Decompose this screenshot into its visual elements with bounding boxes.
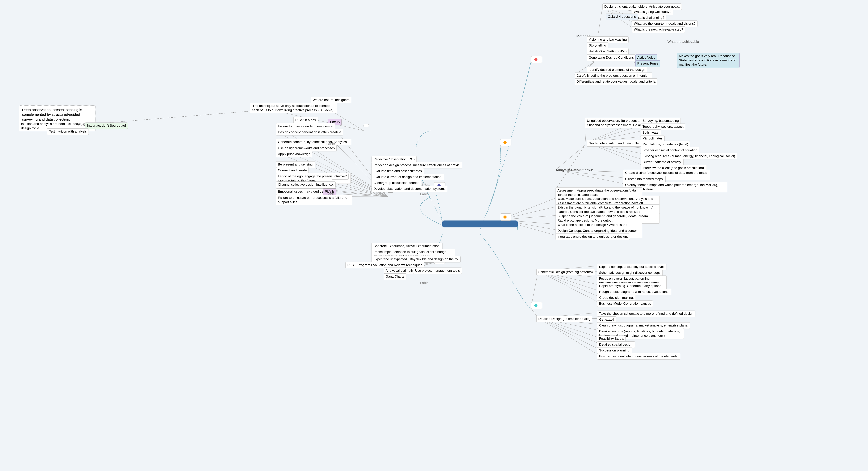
eval-reflect: Reflect on design process, measure effec… <box>372 162 462 168</box>
active-voice: Active Voice <box>636 55 657 61</box>
svg-line-29 <box>556 145 585 190</box>
obs-regs: Regulations, boundaries (legal) <box>641 141 690 148</box>
design-schematic-label: Schematic Design (from big patterns) <box>536 269 595 275</box>
obs-patterns: Current patterns of activity. <box>641 159 684 165</box>
goals-storytelling: Story-telling <box>587 42 608 49</box>
obs-topo: Topography, sectors, aspect <box>641 124 685 130</box>
eval-time: Evaluate time and cost estimates <box>372 168 424 174</box>
design-concept-node[interactable] <box>500 213 512 221</box>
dlw-natural: We are natural designers <box>311 97 351 103</box>
design-clean: Clean drawings, diagrams, market analysi… <box>597 322 690 329</box>
impl-gantt: Gantt Charts <box>384 273 406 280</box>
svg-line-77 <box>538 318 599 349</box>
design-exact: Get exact! <box>597 316 616 323</box>
dc-integrates: Integrates entire design and guides late… <box>556 234 630 240</box>
svg-line-25 <box>556 145 585 170</box>
impl-expect: Expect the unexpected. Stay flexible and… <box>372 256 461 263</box>
eval-current: Evaluate current of design and implement… <box>372 174 444 180</box>
svg-line-78 <box>538 318 599 355</box>
obs-guided: Guided observation and data collection <box>587 140 648 146</box>
app-apply-prior: Apply prior knowledge <box>276 151 312 157</box>
svg-line-69 <box>538 271 599 303</box>
design-dot <box>534 304 537 307</box>
goals-hmi: HolisticGoal Setting (HMI) <box>587 48 629 55</box>
eval-ro: Reflective Observation (RO) <box>372 156 416 163</box>
design-group: Group decision making. <box>597 295 636 301</box>
lable-3: Lable <box>420 192 429 196</box>
design-detailed-label: Detailed Design ( to smaller details) <box>536 316 592 322</box>
app-connect: Connect and create <box>276 167 309 174</box>
eval-client: Client/group discussion/debrief. <box>372 180 421 186</box>
design-lives-node[interactable] <box>364 124 369 127</box>
goals-item-1: What is going well today? <box>632 9 673 15</box>
obs-soils: Soils, water <box>641 129 661 136</box>
design-feasibility: Feasibility Study. <box>597 336 626 342</box>
design-interconnect: Ensure functional interconnectedness of … <box>597 353 680 360</box>
dlw-techniques: 'The techniques serve only as touchstone… <box>250 103 337 113</box>
central-node <box>442 221 518 228</box>
goals-dot <box>534 58 537 61</box>
what-achievable: What the achievable <box>668 40 699 44</box>
obs-existing: Existing resources (human, energy, finan… <box>641 153 737 160</box>
app-channel: Channel collective design intelligence. <box>276 181 336 188</box>
app-be-present: Be present and sensing. <box>276 161 315 168</box>
analysis-label: Analysis: Break it down. <box>556 168 594 172</box>
design-take: Take the chosen schematic to a more refi… <box>597 310 695 317</box>
app-stuck: Stuck in a box <box>293 117 318 123</box>
lable-4: Lable <box>420 281 429 285</box>
test-intuition: Test intuition with analysis <box>47 128 89 135</box>
impl-analytical: Analytical estimating <box>384 268 417 274</box>
goals-identify: Identify desired elements of the design <box>587 67 647 73</box>
app-intuitive: Intuitive? <box>332 173 349 179</box>
impl-concrete: Concrete Experience, Active Experimentat… <box>372 243 442 249</box>
goals-articulation-node[interactable] <box>531 56 542 63</box>
app-failure-articulate: Failure to articulate our processes is a… <box>276 195 352 205</box>
design-node[interactable] <box>531 302 542 309</box>
goals-visioning: Visioning and backcasting <box>587 36 629 43</box>
goals-differentiate: Differentiate and relate your values, go… <box>575 78 657 85</box>
goals-item-3: What are the long-term goals and visions… <box>632 21 698 27</box>
gaia-questions: Gaia U 4 questions <box>606 13 638 20</box>
lable-1: Lable <box>327 142 335 146</box>
design-expand: Expand concept to sketchy but specific l… <box>597 264 666 270</box>
goals-right-note: Makes the goals very real. Resonance. St… <box>677 53 740 68</box>
obs-surveying: Surveying, basemapping <box>641 117 681 124</box>
goals-generating: Generating Desired Conditions <box>587 55 636 61</box>
svg-line-28 <box>556 170 625 184</box>
eval-develop: Develop observation and documentation sy… <box>372 186 447 192</box>
design-rough: Rough bubble diagrams with notes, evalua… <box>597 289 671 295</box>
lable-2: Lable <box>327 192 335 196</box>
app-failure-observe: Failure to observe undermines design <box>276 123 335 130</box>
design-spatial: Detailed spatial design. <box>597 341 635 348</box>
design-bmc: Business Model Generation canvas <box>597 300 653 307</box>
obs-micro: Microclimates <box>641 135 664 142</box>
design-concept-dot <box>503 215 506 218</box>
design-schematic-discover: Schematic design might discover concept. <box>597 270 663 276</box>
present-tense: Present Tense <box>636 60 660 67</box>
observation-dot <box>503 141 506 144</box>
app-use-frameworks: Use design frameworks and processes <box>276 145 337 152</box>
goals-item-4: What is the next achievable step? <box>632 26 685 33</box>
design-succession: Succession planning. <box>597 347 632 354</box>
obs-cluster: Cluster into themed maps. <box>623 176 665 182</box>
app-design-concept: Design concept generation is often creat… <box>276 129 343 135</box>
integrate-label: Integrate, don't Segregate! <box>85 123 128 129</box>
observation-node[interactable] <box>500 139 512 146</box>
impl-project-mgmt: Use project management tools <box>413 268 462 274</box>
goals-define: Carefully define the problem, question o… <box>575 72 652 79</box>
obs-broader: Broader ecosocial context of situation <box>641 147 699 154</box>
